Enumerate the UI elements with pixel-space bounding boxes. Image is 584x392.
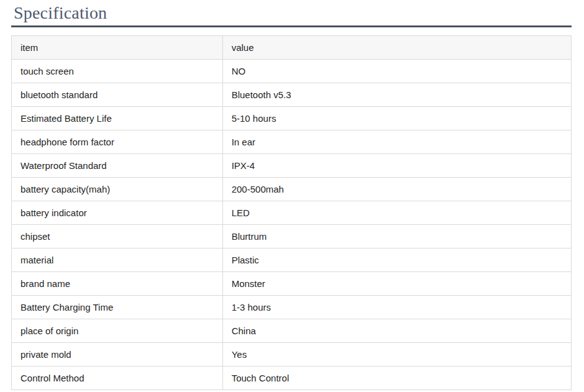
table-row: battery capacity(mah) 200-500mah [12, 178, 572, 201]
table-row: battery indicator LED [12, 201, 572, 225]
spec-item-cell: Waterproof Standard [12, 154, 223, 178]
spec-item-cell: brand name [12, 272, 223, 296]
specification-heading: Specification [14, 1, 572, 24]
table-row: chipset Blurtrum [12, 225, 572, 248]
spec-item-cell: place of origin [12, 319, 223, 343]
spec-item-cell: battery capacity(mah) [12, 178, 223, 201]
spec-value-cell: IPX-4 [222, 154, 571, 178]
table-row: bluetooth standard Bluetooth v5.3 [12, 83, 572, 107]
spec-item-cell: bluetooth standard [12, 83, 223, 107]
spec-value-cell: 5-10 hours [222, 107, 571, 130]
spec-item-cell: headphone form factor [12, 130, 223, 154]
spec-item-cell: material [12, 248, 223, 272]
spec-item-cell: Control Method [12, 367, 223, 390]
table-row: Estimated Battery Life 5-10 hours [12, 107, 572, 130]
spec-item-cell: chipset [12, 225, 223, 248]
spec-value-cell: 1-3 hours [222, 296, 571, 319]
spec-value-cell: NO [222, 60, 571, 83]
spec-value-cell: China [222, 319, 571, 343]
table-row: brand name Monster [12, 272, 572, 296]
table-row: Waterproof Standard IPX-4 [12, 154, 572, 178]
table-header-row: item value [12, 36, 572, 60]
table-row: headphone form factor In ear [12, 130, 572, 154]
specification-table: item value touch screen NO bluetooth sta… [11, 35, 572, 390]
table-row: material Plastic [12, 248, 572, 272]
specification-section: Specification item value touch screen NO… [0, 0, 584, 392]
table-row: Control Method Touch Control [12, 367, 572, 390]
table-row: place of origin China [12, 319, 572, 343]
spec-item-cell: touch screen [12, 60, 223, 83]
spec-value-cell: Bluetooth v5.3 [222, 83, 571, 107]
spec-value-cell: In ear [222, 130, 571, 154]
spec-item-cell: Estimated Battery Life [12, 107, 223, 130]
spec-value-cell: Yes [222, 343, 571, 367]
table-row: Battery Charging Time 1-3 hours [12, 296, 572, 319]
spec-value-cell: 200-500mah [222, 178, 571, 201]
spec-item-cell: private mold [12, 343, 223, 367]
spec-value-cell: Plastic [222, 248, 571, 272]
spec-value-cell: LED [222, 201, 571, 225]
spec-value-cell: Monster [222, 272, 571, 296]
table-row: private mold Yes [12, 343, 572, 367]
spec-value-cell: Blurtrum [222, 225, 571, 248]
title-underline [11, 25, 572, 27]
spec-item-cell: battery indicator [12, 201, 223, 225]
header-item-cell: item [12, 36, 223, 60]
spec-value-cell: Touch Control [222, 367, 571, 390]
spec-item-cell: Battery Charging Time [12, 296, 223, 319]
header-value-cell: value [222, 36, 571, 60]
table-row: touch screen NO [12, 60, 572, 83]
